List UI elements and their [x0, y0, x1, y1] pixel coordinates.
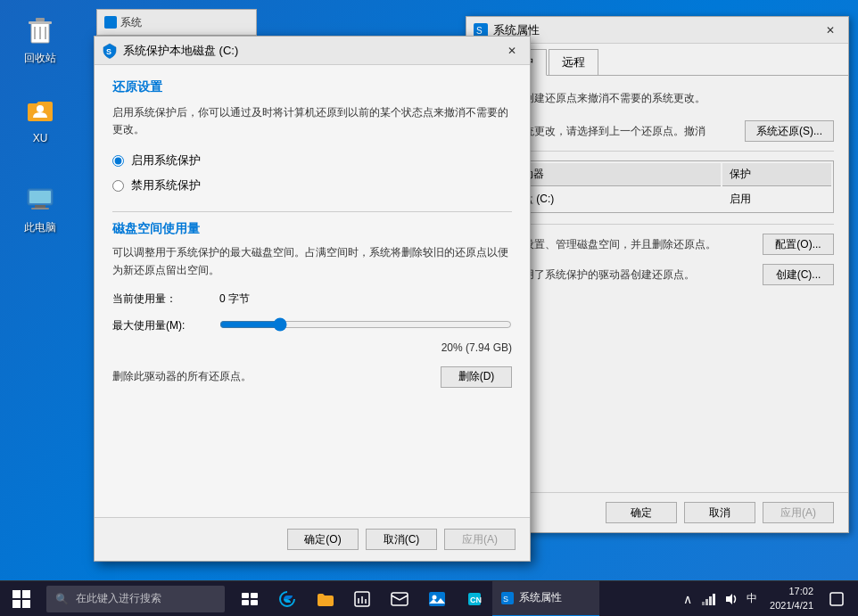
start-button[interactable]: [0, 581, 43, 617]
enable-protection-radio[interactable]: [112, 155, 124, 167]
delete-button[interactable]: 删除(D): [441, 366, 512, 388]
volume-icon: [723, 593, 738, 605]
tray-show-hidden-button[interactable]: ∧: [679, 590, 697, 608]
disable-protection-label: 禁用系统保护: [131, 177, 201, 193]
divider-main: [112, 211, 512, 212]
svg-rect-25: [429, 592, 445, 606]
svg-rect-33: [709, 596, 712, 605]
table-header-protection: 保护: [722, 163, 831, 186]
sys-props-cancel-button[interactable]: 取消: [684, 502, 755, 523]
svg-rect-32: [705, 599, 708, 605]
svg-text:S: S: [106, 47, 111, 56]
svg-rect-8: [29, 191, 51, 203]
max-usage-slider[interactable]: [219, 317, 512, 332]
photos-icon: [428, 591, 446, 607]
main-dialog-body: 还原设置 启用系统保护后，你可以通过及时将计算机还原到以前的某个状态点来撤消不需…: [95, 65, 530, 517]
tray-network-icon[interactable]: [700, 590, 718, 608]
dialog-cancel-button[interactable]: 取消(C): [366, 529, 437, 550]
restore-settings-title: 还原设置: [112, 79, 512, 95]
svg-rect-2: [36, 18, 45, 21]
table-cell-status: 启用: [722, 188, 831, 210]
clock-time: 17:02: [788, 585, 813, 598]
clock-area[interactable]: 17:02 2021/4/21: [764, 585, 819, 612]
taskbar: 🔍 在此键入进行搜索: [0, 580, 858, 616]
main-dialog: S 系统保护本地磁盘 (C:) ✕ 还原设置 启用系统保护后，你可以通过及时将计…: [94, 36, 531, 562]
svg-rect-24: [392, 593, 408, 605]
this-pc-icon[interactable]: 此电脑: [9, 178, 71, 237]
task-view-button[interactable]: [232, 581, 268, 617]
taskbar-search-box[interactable]: 🔍 在此键入进行搜索: [46, 586, 225, 612]
restore-settings-section: 还原设置 启用系统保护后，你可以通过及时将计算机还原到以前的某个状态点来撤消不需…: [112, 79, 512, 193]
notification-icon: [829, 592, 844, 606]
slider-container: [219, 317, 512, 334]
dialog-ok-button[interactable]: 确定(O): [287, 529, 359, 550]
file-explorer-button[interactable]: [307, 581, 342, 617]
svg-rect-20: [251, 593, 258, 598]
sys-props-apply-button[interactable]: 应用(A): [763, 502, 834, 523]
tray-volume-icon[interactable]: [722, 590, 739, 608]
windows-logo-icon: [12, 590, 30, 608]
disk-usage-section: 磁盘空间使用量 可以调整用于系统保护的最大磁盘空间。占满空间时，系统将删除较旧的…: [112, 221, 512, 387]
svg-rect-21: [242, 600, 249, 605]
create-button[interactable]: 创建(C)...: [763, 264, 834, 285]
svg-rect-34: [713, 594, 715, 605]
svg-rect-10: [31, 208, 49, 209]
current-usage-row: 当前使用量： 0 字节: [112, 292, 512, 307]
flag-button[interactable]: CN: [457, 581, 492, 617]
enable-protection-option: 启用系统保护: [112, 152, 512, 168]
notification-button[interactable]: [822, 581, 851, 617]
max-usage-label: 最大使用量(M):: [112, 318, 219, 333]
disable-protection-radio[interactable]: [112, 180, 124, 192]
disable-protection-option: 禁用系统保护: [112, 177, 512, 193]
slider-percent-display: 20% (7.94 GB): [112, 341, 512, 354]
config-row: 配置还原设置、管理磁盘空间，并且删除还原点。 配置(O)...: [481, 234, 834, 255]
sys-restore-button[interactable]: 系统还原(S)...: [745, 120, 834, 142]
sys-props-close-button[interactable]: ✕: [820, 21, 841, 40]
main-dialog-icon: S: [102, 43, 118, 59]
tab-remote[interactable]: 远程: [549, 49, 598, 75]
svg-rect-1: [29, 21, 52, 24]
svg-point-26: [433, 595, 437, 599]
taskbar-app-label: 系统属性: [519, 590, 562, 605]
store-button[interactable]: [344, 581, 380, 617]
sys-props-description: 可以通过创建还原点来撤消不需要的系统更改。: [481, 90, 834, 106]
taskbar-app-icon: S: [501, 592, 514, 604]
photos-button[interactable]: [419, 581, 455, 617]
svg-rect-13: [104, 16, 117, 29]
main-dialog-footer: 确定(O) 取消(C) 应用(A): [95, 517, 530, 561]
tray-ime-icon[interactable]: 中: [743, 590, 761, 608]
main-dialog-titlebar: S 系统保护本地磁盘 (C:) ✕: [95, 37, 530, 65]
mail-button[interactable]: [382, 581, 417, 617]
taskbar-icons-group: CN: [232, 581, 492, 617]
svg-rect-19: [242, 593, 249, 598]
table-row[interactable]: 本地磁盘 (C:) 启用: [483, 188, 831, 210]
delete-desc: 删除此驱动器的所有还原点。: [112, 369, 252, 384]
svg-text:S: S: [476, 26, 483, 36]
recycle-bin-icon[interactable]: 回收站: [9, 9, 71, 68]
secondary-window-icon: [104, 16, 117, 29]
taskbar-search-placeholder: 在此键入进行搜索: [76, 591, 161, 606]
svg-rect-9: [35, 205, 45, 208]
svg-point-6: [37, 105, 44, 112]
system-tray: ∧ 中: [679, 590, 761, 608]
main-dialog-title: 系统保护本地磁盘 (C:): [123, 43, 501, 59]
sys-props-ok-button[interactable]: 确定: [606, 502, 677, 523]
taskbar-right: ∧ 中 17:02 2021/4/21: [679, 581, 858, 617]
sys-props-window-controls: ✕: [820, 21, 841, 40]
disk-usage-title: 磁盘空间使用量: [112, 221, 512, 237]
max-usage-slider-row: 最大使用量(M):: [112, 317, 512, 334]
restore-settings-desc: 启用系统保护后，你可以通过及时将计算机还原到以前的某个状态点来撤消不需要的更改。: [112, 104, 512, 138]
taskbar-app-sys-props[interactable]: S 系统属性: [492, 581, 599, 617]
config-button[interactable]: 配置(O)...: [763, 234, 834, 255]
svg-rect-35: [830, 593, 843, 605]
store-icon: [354, 591, 370, 607]
dialog-apply-button[interactable]: 应用(A): [444, 529, 516, 550]
svg-rect-15: [12, 590, 21, 598]
sys-restore-row: 要撤消系统更改，请选择到上一个还原点。撤消 系统还原(S)...: [481, 120, 834, 142]
edge-browser-button[interactable]: [269, 581, 305, 617]
task-view-icon: [242, 593, 258, 605]
mail-icon: [391, 592, 408, 606]
user-folder-icon[interactable]: XU: [9, 89, 71, 148]
svg-text:CN: CN: [470, 595, 482, 604]
main-dialog-close-button[interactable]: ✕: [501, 41, 523, 61]
